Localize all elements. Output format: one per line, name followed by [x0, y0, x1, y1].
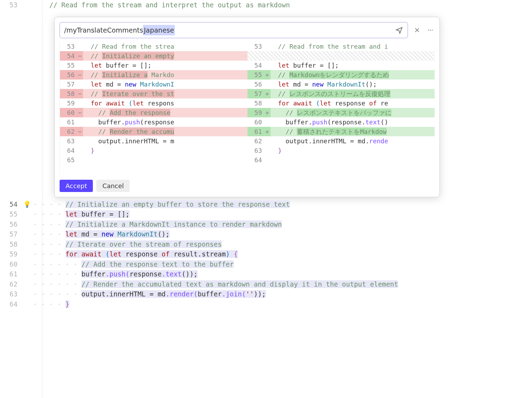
diff-sign: + — [264, 108, 271, 117]
diff-text: // Render the accumu — [83, 127, 243, 136]
diff-text: output.innerHTML = m — [83, 136, 247, 146]
prompt-input[interactable]: /myTranslateComments Japanese — [60, 22, 408, 38]
diff-line[interactable]: 59 for await (let respons — [60, 98, 247, 108]
diff-line-number: 56 — [60, 70, 77, 80]
diff-line[interactable]: 61+ // 蓄積されたテキストをMarkdow — [247, 127, 435, 136]
code-line[interactable]: 61 · · · · · · buffer.push(response.text… — [0, 269, 532, 279]
diff-pane-original[interactable]: 53 // Read from the strea54− // Initiali… — [60, 42, 247, 175]
line-number: 56 — [0, 219, 20, 229]
diff-text: for await (let response of re — [271, 98, 435, 108]
cancel-button[interactable]: Cancel — [96, 180, 130, 192]
diff-text: // Iterate over the st — [83, 89, 243, 98]
line-number: 64 — [0, 299, 20, 309]
more-icon[interactable] — [426, 26, 435, 34]
diff-line[interactable]: 65 — [60, 155, 247, 165]
diff-text — [271, 51, 431, 61]
diff-line-number: 57 — [60, 80, 77, 89]
diff-line[interactable]: 59+ // レスポンステキストをバッファに — [247, 108, 435, 117]
diff-line-number: 61 — [60, 117, 77, 127]
diff-text: } — [271, 146, 435, 155]
diff-text: // Add the response — [83, 108, 243, 117]
diff-text: } — [83, 146, 247, 155]
diff-line[interactable] — [247, 51, 435, 61]
diff-line[interactable]: 64 } — [60, 146, 247, 155]
diff-line[interactable]: 53 // Read from the strea — [60, 42, 247, 51]
diff-line-number: 63 — [60, 136, 77, 146]
diff-pane-modified[interactable]: 53 // Read from the stream and i 54 let … — [247, 42, 435, 175]
line-number: 63 — [0, 289, 20, 299]
code-line[interactable]: 58 · · · · // Iterate over the stream of… — [0, 239, 532, 249]
diff-view[interactable]: 53 // Read from the strea54− // Initiali… — [60, 42, 435, 175]
line-number: 61 — [0, 269, 20, 279]
diff-sign: + — [264, 70, 271, 80]
diff-sign: − — [77, 70, 83, 80]
diff-line[interactable]: 57 let md = new MarkdownI — [60, 80, 247, 89]
diff-text: buffer.push(response — [83, 117, 247, 127]
diff-line-number: 54 — [247, 61, 264, 70]
diff-text: let buffer = []; — [271, 61, 435, 70]
close-icon[interactable] — [413, 26, 421, 34]
diff-text: let buffer = []; — [83, 61, 247, 70]
diff-line[interactable]: 56− // Initialize a Markdo — [60, 70, 247, 80]
code-line[interactable]: 53 // Read from the stream and interpret… — [0, 0, 532, 10]
line-number: 59 — [0, 249, 20, 259]
diff-line-number: 56 — [247, 80, 264, 89]
diff-line[interactable]: 62− // Render the accumu — [60, 127, 247, 136]
comment-text: // Initialize a MarkdownIt instance to r… — [66, 220, 282, 228]
code-line[interactable]: 60 · · · · · · // Add the response text … — [0, 259, 532, 269]
diff-text: let md = new MarkdownI — [83, 80, 247, 89]
diff-line[interactable]: 60− // Add the response — [60, 108, 247, 117]
lightbulb-icon[interactable]: 💡 — [23, 199, 31, 209]
diff-text: // 蓄積されたテキストをMarkdow — [271, 127, 431, 136]
diff-line[interactable]: 56 let md = new MarkdownIt(); — [247, 80, 435, 89]
diff-line-number: 62 — [60, 127, 77, 136]
diff-line[interactable]: 53 // Read from the stream and i — [247, 42, 435, 51]
svg-point-0 — [428, 30, 429, 30]
inline-chat-popup: /myTranslateComments Japanese 53 // Read… — [54, 17, 440, 197]
diff-line[interactable]: 58 for await (let response of re — [247, 98, 435, 108]
comment-text: // Render the accumulated text as markdo… — [81, 280, 398, 288]
diff-text: buffer.push(response.text() — [271, 117, 435, 127]
code-line[interactable]: 64 · · · · } — [0, 299, 532, 309]
comment-text: // Iterate over the stream of responses — [66, 240, 222, 248]
diff-text: for await (let respons — [83, 98, 247, 108]
diff-text: // Markdownをレンダリングするため — [271, 70, 431, 80]
diff-line[interactable]: 58− // Iterate over the st — [60, 89, 247, 98]
diff-sign: − — [77, 108, 83, 117]
diff-line-number: 64 — [60, 146, 77, 155]
send-icon[interactable] — [395, 26, 403, 34]
diff-line-number: 55 — [60, 61, 77, 70]
comment-text: // Add the response text to the buffer — [81, 260, 234, 268]
code-line[interactable]: 54 💡 · · · · // Initialize an empty buff… — [0, 199, 532, 210]
diff-text — [83, 155, 247, 165]
code-editor: 53 // Read from the stream and interpret… — [0, 0, 532, 398]
diff-line[interactable]: 55+ // Markdownをレンダリングするため — [247, 70, 435, 80]
diff-line[interactable]: 57+ // レスポンスのストリームを反復処理 — [247, 89, 435, 98]
diff-line[interactable]: 55 let buffer = []; — [60, 61, 247, 70]
diff-text: output.innerHTML = md.rende — [271, 136, 435, 146]
diff-line[interactable]: 63 } — [247, 146, 435, 155]
diff-line-number: 60 — [60, 108, 77, 117]
diff-sign: − — [77, 127, 83, 136]
accept-button[interactable]: Accept — [60, 180, 93, 192]
code-line[interactable]: 62 · · · · · · // Render the accumulated… — [0, 279, 532, 289]
diff-line[interactable]: 54− // Initialize an empty — [60, 51, 247, 61]
line-number: 53 — [0, 0, 20, 10]
code-line[interactable]: 56 · · · · // Initialize a MarkdownIt in… — [0, 219, 532, 229]
line-number: 60 — [0, 259, 20, 269]
code-line[interactable]: 57 · · · · let md = new MarkdownIt(); — [0, 229, 532, 239]
diff-line[interactable]: 63 output.innerHTML = m — [60, 136, 247, 146]
code-line[interactable]: 59 · · · · for await (let response of re… — [0, 249, 532, 259]
svg-point-2 — [432, 30, 432, 30]
code-line[interactable]: 63 · · · · · · output.innerHTML = md.ren… — [0, 289, 532, 299]
diff-line[interactable]: 60 buffer.push(response.text() — [247, 117, 435, 127]
diff-text: // Initialize a Markdo — [83, 70, 243, 80]
diff-line[interactable]: 62 output.innerHTML = md.rende — [247, 136, 435, 146]
diff-line[interactable]: 61 buffer.push(response — [60, 117, 247, 127]
line-number: 54 — [0, 199, 20, 210]
code-line[interactable]: 55 · · · · let buffer = []; — [0, 209, 532, 219]
diff-text: // レスポンステキストをバッファに — [271, 108, 431, 117]
line-number: 57 — [0, 229, 20, 239]
diff-line[interactable]: 64 — [247, 155, 435, 165]
diff-line[interactable]: 54 let buffer = []; — [247, 61, 435, 70]
